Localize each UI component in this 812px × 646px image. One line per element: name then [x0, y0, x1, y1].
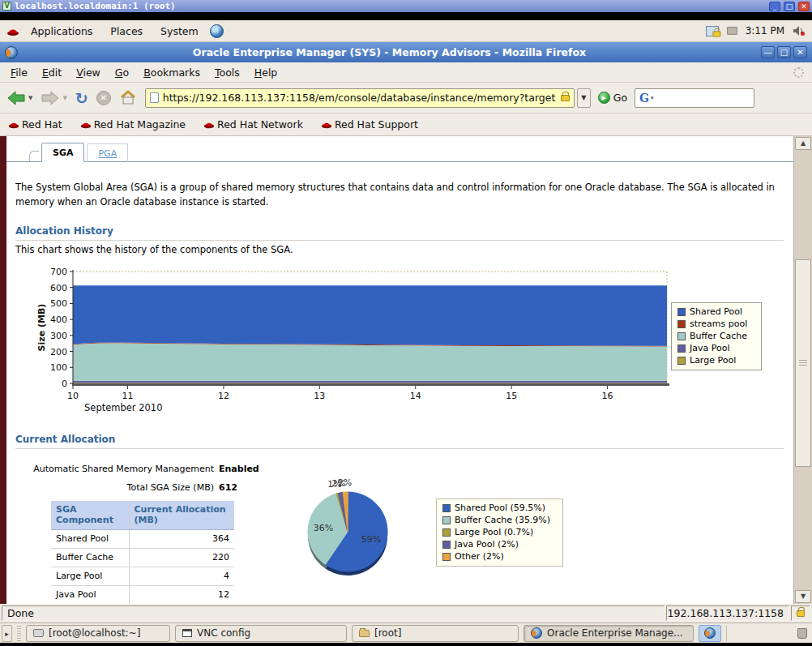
bookmark-redhat-support[interactable]: Red Hat Support	[321, 118, 418, 130]
search-engine-dropdown[interactable]: ▾	[651, 95, 654, 101]
scrollbar-thumb[interactable]	[795, 259, 811, 467]
gnome-bottom-panel: ▸ [root@localhost:~] VNC config [root] O…	[0, 622, 812, 643]
vnc-titlebar: V localhost.localdomain:1 (root) _ □ ✕	[0, 0, 812, 12]
sga-history-area-chart: 010020030040050060070010111213141516Sept…	[6, 258, 687, 416]
area-series	[73, 343, 667, 381]
vertical-scrollbar[interactable]: ▲ ▼	[793, 136, 812, 604]
scroll-up-arrow[interactable]: ▲	[795, 137, 811, 150]
gnome-top-panel: Applications Places System 3:11 PM	[0, 20, 812, 42]
svg-text:15: 15	[506, 391, 517, 401]
col-header-allocation: Current Allocation (MB)	[129, 501, 234, 530]
legend-item: streams pool	[677, 319, 755, 329]
firefox-window: Oracle Enterprise Manager (SYS) - Memory…	[0, 42, 812, 622]
keyring-lock-icon[interactable]	[706, 26, 719, 36]
firefox-launcher[interactable]	[699, 625, 721, 642]
places-menu[interactable]: Places	[104, 23, 149, 40]
bookmark-redhat[interactable]: Red Hat	[8, 118, 62, 130]
svg-text:13: 13	[314, 391, 325, 401]
svg-text:Size (MB): Size (MB)	[36, 304, 47, 352]
folder-icon	[359, 630, 370, 637]
page-icon	[150, 92, 159, 103]
area-legend: Shared Poolstreams poolBuffer CacheJava …	[671, 302, 762, 370]
maximize-button[interactable]: □	[777, 46, 791, 58]
system-menu[interactable]: System	[154, 23, 205, 40]
firefox-icon	[531, 627, 542, 639]
menu-bar: File Edit View Go Bookmarks Tools Help	[0, 62, 812, 83]
taskbar-item-terminal[interactable]: [root@localhost:~]	[26, 625, 170, 642]
back-button[interactable]	[6, 90, 26, 106]
menu-go[interactable]: Go	[108, 64, 136, 81]
redhat-icon	[321, 120, 332, 129]
legend-item: Large Pool	[677, 356, 755, 366]
sga-table-body: Shared Pool364Buffer Cache220Large Pool4…	[51, 530, 234, 605]
url-bar[interactable]: https://192.168.113.137:1158/em/console/…	[145, 88, 575, 108]
terminal-icon	[33, 629, 44, 637]
svg-text:400: 400	[50, 314, 67, 325]
window-title: Oracle Enterprise Manager (SYS) - Memory…	[18, 46, 761, 58]
clock[interactable]: 3:11 PM	[746, 25, 784, 36]
menu-file[interactable]: File	[3, 64, 35, 81]
screen: V localhost.localdomain:1 (root) _ □ ✕ A…	[0, 0, 812, 646]
taskbar-item-vnc-config[interactable]: VNC config	[175, 625, 347, 642]
redhat-menu-icon[interactable]	[6, 26, 19, 36]
throbber-icon	[793, 67, 804, 78]
vnc-maximize-button[interactable]: □	[784, 2, 795, 11]
svg-text:59%: 59%	[361, 534, 381, 545]
bookmark-redhat-magazine[interactable]: Red Hat Magazine	[80, 118, 186, 130]
menu-help[interactable]: Help	[247, 64, 285, 81]
vnc-close-button[interactable]: ✕	[798, 2, 810, 11]
desktop-gap	[0, 12, 812, 20]
current-allocation-summary: Automatic Shared Memory Management Enabl…	[23, 464, 274, 501]
svg-text:11: 11	[122, 391, 133, 401]
bookmark-redhat-network[interactable]: Red Hat Network	[203, 118, 303, 130]
search-input[interactable]: G ▾	[635, 88, 754, 108]
forward-button[interactable]	[41, 90, 60, 106]
total-sga-label: Total SGA Size (MB)	[23, 482, 214, 493]
svg-text:September 2010: September 2010	[84, 402, 163, 413]
total-sga-value: 612	[219, 482, 237, 493]
tab-sga[interactable]: SGA	[41, 143, 84, 162]
menu-edit[interactable]: Edit	[35, 64, 69, 81]
col-header-component: SGA Component	[51, 501, 129, 530]
taskbar-item-firefox[interactable]: Oracle Enterprise Manage...	[524, 625, 694, 642]
page-left-border	[0, 136, 6, 604]
panel-separator	[726, 626, 727, 641]
reload-button[interactable]: ↻	[75, 91, 88, 105]
applications-menu[interactable]: Applications	[24, 23, 99, 40]
legend-item: Java Pool	[677, 344, 755, 353]
url-history-dropdown[interactable]: ▼	[577, 88, 591, 108]
svg-text:700: 700	[50, 267, 67, 277]
vnc-minimize-button[interactable]: _	[769, 2, 780, 11]
panel-hide-arrow[interactable]: ▸	[2, 625, 12, 642]
trash-icon[interactable]	[797, 628, 807, 639]
firefox-icon	[704, 627, 716, 639]
firefox-titlebar: Oracle Enterprise Manager (SYS) - Memory…	[0, 42, 812, 62]
close-button[interactable]: ✕	[793, 46, 807, 58]
area-series	[73, 381, 667, 383]
minimize-button[interactable]: —	[761, 46, 775, 58]
volume-icon[interactable]	[793, 25, 806, 36]
browser-launcher-icon[interactable]	[210, 24, 224, 38]
legend-item: Shared Pool (59.5%)	[442, 503, 557, 513]
chart-description: This chart shows the history of the comp…	[15, 244, 293, 255]
panel-grip	[17, 626, 21, 641]
go-button[interactable]: ▶ Go	[593, 92, 632, 104]
menu-view[interactable]: View	[69, 64, 108, 81]
tab-pga[interactable]: PGA	[87, 143, 128, 162]
scroll-down-arrow[interactable]: ▼	[795, 590, 811, 603]
svg-text:300: 300	[50, 331, 67, 341]
current-allocation-heading: Current Allocation	[15, 434, 784, 449]
window-icon	[182, 629, 192, 637]
asmm-value: Enabled	[219, 464, 259, 474]
back-dropdown[interactable]: ▼	[28, 95, 32, 101]
forward-dropdown[interactable]: ▼	[62, 95, 66, 101]
url-text[interactable]: https://192.168.113.137:1158/em/console/…	[163, 92, 557, 104]
taskbar-item-file-manager[interactable]: [root]	[352, 625, 519, 642]
home-button[interactable]	[119, 90, 137, 105]
menu-bookmarks[interactable]: Bookmarks	[136, 64, 207, 81]
table-row: Large Pool4	[51, 567, 234, 586]
tray-icon[interactable]	[727, 27, 737, 35]
stop-button[interactable]: ✕	[96, 91, 111, 105]
menu-tools[interactable]: Tools	[207, 64, 247, 81]
status-text: Done	[2, 605, 665, 621]
